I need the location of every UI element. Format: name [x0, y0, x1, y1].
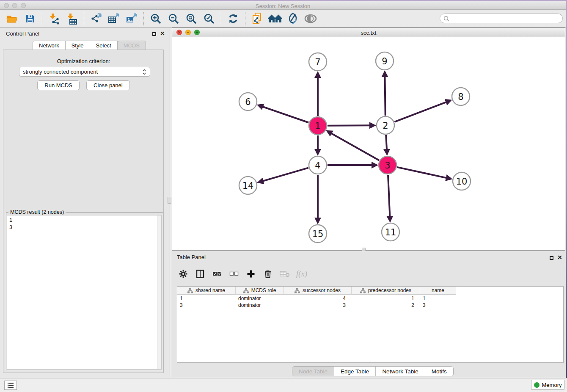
graph-edge-3-1[interactable] — [331, 133, 379, 160]
import-network-icon — [48, 13, 60, 25]
zoom-out-icon — [168, 13, 179, 25]
network-maximize-button[interactable]: + — [194, 30, 200, 35]
table-cell[interactable]: dominator — [236, 302, 284, 309]
column-header-successor-nodes[interactable]: successor nodes — [284, 287, 352, 295]
run-mcds-button[interactable]: Run MCDS — [37, 80, 80, 90]
select-all-button[interactable] — [211, 268, 223, 280]
home-views-button[interactable] — [266, 11, 284, 26]
toolbar-separator — [84, 12, 84, 25]
table-panel-float-button[interactable] — [550, 255, 553, 261]
zoom-fit-icon — [185, 13, 197, 25]
network-frame-title: scc.txt — [172, 30, 565, 36]
vertical-splitter-handle[interactable] — [168, 197, 171, 204]
control-panel-float-button[interactable] — [152, 31, 156, 37]
graph-node-label-4: 4 — [315, 160, 320, 171]
table-row[interactable]: 3dominator323 — [177, 302, 456, 309]
import-table-button[interactable] — [63, 11, 81, 26]
control-panel-close-button[interactable]: ✕ — [160, 30, 165, 37]
function-builder-button[interactable]: f(x) — [295, 268, 308, 280]
delete-table-button[interactable] — [278, 268, 291, 280]
eye-icon — [304, 14, 317, 24]
tab-network-table[interactable]: Network Table — [376, 367, 425, 376]
column-header-MCDS-role[interactable]: MCDS role — [236, 287, 284, 295]
toolbar-separator — [245, 12, 245, 25]
global-search[interactable] — [440, 14, 563, 23]
tab-motifs[interactable]: Motifs — [425, 367, 453, 376]
hierarchy-icon — [187, 288, 193, 293]
graph-edge-2-8[interactable] — [394, 102, 446, 122]
network-minimize-button[interactable]: − — [185, 30, 191, 35]
graph-edge-2-3[interactable] — [386, 135, 387, 150]
horizontal-splitter-handle[interactable] — [362, 248, 366, 251]
graph-edge-2-9[interactable] — [385, 76, 385, 116]
mcds-result-scrollbar[interactable] — [157, 215, 161, 369]
table-cell[interactable]: 4 — [284, 295, 352, 302]
show-graphics-details-button[interactable] — [302, 11, 319, 26]
table-cell[interactable]: 1 — [352, 295, 420, 302]
tab-style[interactable]: Style — [66, 41, 90, 50]
tab-mcds[interactable]: MCDS — [118, 41, 146, 50]
table-cell[interactable]: 3 — [177, 302, 236, 309]
import-table-icon — [66, 13, 78, 25]
style-brush-button[interactable] — [284, 11, 302, 26]
float-icon — [550, 256, 553, 260]
import-network-button[interactable] — [45, 11, 63, 26]
network-frame-controls: ✕ − + — [176, 30, 200, 35]
graph-node-label-15: 15 — [312, 229, 324, 239]
table-cell[interactable]: 3 — [420, 302, 456, 309]
search-input[interactable] — [451, 16, 559, 22]
new-network-from-selection-button[interactable] — [248, 11, 266, 26]
table-cell[interactable]: 2 — [352, 302, 420, 309]
zoom-out-button[interactable] — [165, 11, 182, 26]
plus-icon — [247, 270, 255, 278]
table-row[interactable]: 1dominator411 — [177, 295, 456, 302]
control-panel-title: Control Panel — [6, 30, 39, 37]
table-cell[interactable]: 1 — [177, 295, 236, 302]
memory-button[interactable]: Memory — [531, 380, 564, 390]
open-folder-icon — [6, 14, 18, 24]
column-header-predecessor-nodes[interactable]: predecessor nodes — [352, 287, 420, 295]
save-session-button[interactable] — [21, 11, 39, 26]
column-header-shared-name[interactable]: shared name — [177, 287, 236, 295]
graph-edge-3-11[interactable] — [388, 175, 390, 217]
tab-network[interactable]: Network — [33, 41, 66, 50]
export-table-button[interactable] — [105, 11, 123, 26]
zoom-in-button[interactable] — [147, 11, 165, 26]
node-table[interactable]: shared nameMCDS rolesuccessor nodesprede… — [177, 286, 564, 363]
add-column-button[interactable] — [245, 268, 257, 280]
refresh-layout-button[interactable] — [224, 11, 242, 26]
criterion-select[interactable]: strongly connected component — [19, 67, 150, 77]
column-manager-button[interactable] — [194, 268, 206, 280]
table-cell[interactable]: dominator — [236, 295, 284, 302]
table-cell[interactable]: 1 — [420, 295, 456, 302]
table-cell[interactable]: 3 — [284, 302, 352, 309]
column-header-label: MCDS role — [251, 287, 276, 293]
graph-edge-4-14[interactable] — [263, 168, 308, 181]
network-close-button[interactable]: ✕ — [176, 30, 182, 35]
zoom-fit-button[interactable] — [182, 11, 200, 26]
export-network-button[interactable] — [87, 11, 105, 26]
export-table-icon — [108, 13, 120, 25]
graph-node-label-1: 1 — [315, 121, 320, 131]
list-icon — [7, 382, 14, 388]
graph-edge-3-10[interactable] — [397, 167, 446, 178]
table-panel-close-button[interactable]: ✕ — [557, 254, 562, 261]
open-session-button[interactable] — [3, 11, 21, 26]
export-image-button[interactable] — [123, 11, 140, 26]
close-panel-button[interactable]: Close panel — [86, 80, 130, 90]
deselect-all-button[interactable] — [228, 268, 240, 280]
tab-edge-table[interactable]: Edge Table — [334, 367, 376, 376]
task-history-button[interactable] — [4, 381, 17, 390]
network-graph[interactable]: 7968124314101511 — [172, 37, 565, 250]
tab-select[interactable]: Select — [90, 41, 118, 50]
delete-column-button[interactable] — [261, 268, 274, 280]
network-canvas[interactable]: 7968124314101511 — [172, 37, 565, 250]
graph-edge-1-6[interactable] — [262, 107, 308, 123]
graph-node-label-11: 11 — [385, 227, 396, 237]
graph-edge-1-2[interactable] — [328, 125, 370, 126]
column-header-name[interactable]: name — [420, 287, 456, 295]
table-settings-button[interactable] — [177, 268, 190, 280]
mcds-result-list[interactable]: 1 3 — [7, 215, 162, 370]
tab-node-table[interactable]: Node Table — [292, 367, 334, 376]
zoom-selected-button[interactable] — [200, 11, 218, 26]
